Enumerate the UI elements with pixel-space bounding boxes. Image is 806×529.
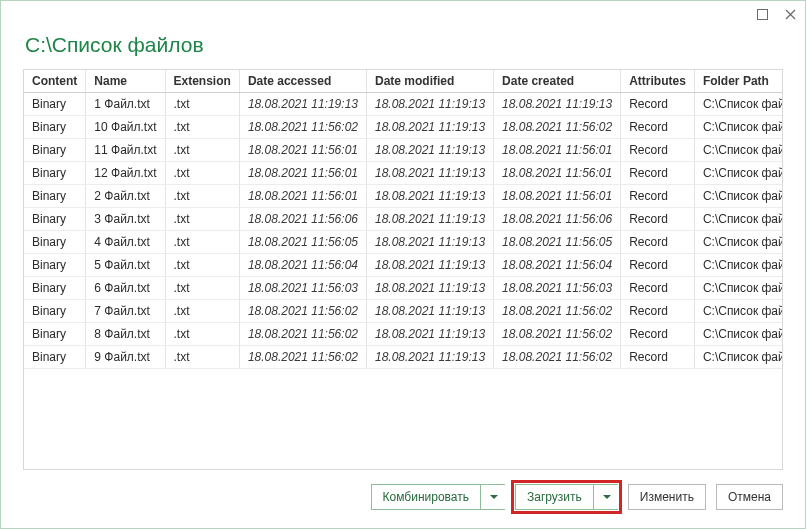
table-row[interactable]: Binary8 Файл.txt.txt18.08.2021 11:56:021… — [24, 322, 783, 345]
cell-content: Binary — [24, 253, 86, 276]
cell-content: Binary — [24, 276, 86, 299]
cell-name: 2 Файл.txt — [86, 184, 165, 207]
col-header-extension[interactable]: Extension — [165, 70, 239, 92]
cell-path: C:\Список файлов\ — [694, 322, 783, 345]
cell-name: 11 Файл.txt — [86, 138, 165, 161]
col-header-content[interactable]: Content — [24, 70, 86, 92]
cell-path: C:\Список файлов\ — [694, 138, 783, 161]
cell-attributes: Record — [621, 184, 695, 207]
cell-path: C:\Список файлов\ — [694, 207, 783, 230]
table-row[interactable]: Binary5 Файл.txt.txt18.08.2021 11:56:041… — [24, 253, 783, 276]
cell-content: Binary — [24, 207, 86, 230]
cell-created: 18.08.2021 11:56:02 — [494, 345, 621, 368]
cell-extension: .txt — [165, 161, 239, 184]
cell-modified: 18.08.2021 11:19:13 — [366, 345, 493, 368]
col-header-name[interactable]: Name — [86, 70, 165, 92]
table-row[interactable]: Binary4 Файл.txt.txt18.08.2021 11:56:051… — [24, 230, 783, 253]
table-row[interactable]: Binary3 Файл.txt.txt18.08.2021 11:56:061… — [24, 207, 783, 230]
cell-modified: 18.08.2021 11:19:13 — [366, 161, 493, 184]
cell-name: 12 Файл.txt — [86, 161, 165, 184]
cell-accessed: 18.08.2021 11:56:02 — [239, 322, 366, 345]
cell-modified: 18.08.2021 11:19:13 — [366, 207, 493, 230]
cell-modified: 18.08.2021 11:19:13 — [366, 276, 493, 299]
col-header-accessed[interactable]: Date accessed — [239, 70, 366, 92]
table-row[interactable]: Binary12 Файл.txt.txt18.08.2021 11:56:01… — [24, 161, 783, 184]
combine-button[interactable]: Комбинировать — [371, 484, 480, 510]
col-header-path[interactable]: Folder Path — [694, 70, 783, 92]
table-row[interactable]: Binary1 Файл.txt.txt18.08.2021 11:19:131… — [24, 92, 783, 115]
cell-path: C:\Список файлов\ — [694, 230, 783, 253]
col-header-attributes[interactable]: Attributes — [621, 70, 695, 92]
cell-path: C:\Список файлов\ — [694, 115, 783, 138]
cell-name: 6 Файл.txt — [86, 276, 165, 299]
cell-extension: .txt — [165, 299, 239, 322]
close-button[interactable] — [783, 7, 797, 21]
table-row[interactable]: Binary9 Файл.txt.txt18.08.2021 11:56:021… — [24, 345, 783, 368]
cell-created: 18.08.2021 11:56:04 — [494, 253, 621, 276]
cell-extension: .txt — [165, 207, 239, 230]
page-title: C:\Список файлов — [1, 27, 805, 69]
titlebar — [1, 1, 805, 27]
table-row[interactable]: Binary2 Файл.txt.txt18.08.2021 11:56:011… — [24, 184, 783, 207]
cell-name: 3 Файл.txt — [86, 207, 165, 230]
cell-accessed: 18.08.2021 11:56:01 — [239, 138, 366, 161]
edit-button[interactable]: Изменить — [628, 484, 706, 510]
cell-name: 4 Файл.txt — [86, 230, 165, 253]
cell-content: Binary — [24, 161, 86, 184]
cell-attributes: Record — [621, 253, 695, 276]
maximize-button[interactable] — [755, 7, 769, 21]
cell-extension: .txt — [165, 345, 239, 368]
cell-accessed: 18.08.2021 11:56:03 — [239, 276, 366, 299]
load-split-button: Загрузить — [515, 484, 618, 510]
cell-extension: .txt — [165, 230, 239, 253]
dialog-footer: Комбинировать Загрузить Изменить Отмена — [1, 470, 805, 528]
cell-content: Binary — [24, 92, 86, 115]
combine-split-button: Комбинировать — [371, 484, 505, 510]
edit-label: Изменить — [640, 490, 694, 504]
load-dropdown-button[interactable] — [593, 484, 618, 510]
table-header-row: Content Name Extension Date accessed Dat… — [24, 70, 783, 92]
cell-content: Binary — [24, 299, 86, 322]
combine-dropdown-button[interactable] — [480, 484, 505, 510]
cell-extension: .txt — [165, 253, 239, 276]
cell-accessed: 18.08.2021 11:56:01 — [239, 184, 366, 207]
cell-attributes: Record — [621, 207, 695, 230]
cell-accessed: 18.08.2021 11:56:05 — [239, 230, 366, 253]
load-button[interactable]: Загрузить — [515, 484, 593, 510]
table-row[interactable]: Binary7 Файл.txt.txt18.08.2021 11:56:021… — [24, 299, 783, 322]
cell-created: 18.08.2021 11:56:02 — [494, 299, 621, 322]
col-header-created[interactable]: Date created — [494, 70, 621, 92]
cell-modified: 18.08.2021 11:19:13 — [366, 299, 493, 322]
cell-accessed: 18.08.2021 11:56:02 — [239, 299, 366, 322]
cell-modified: 18.08.2021 11:19:13 — [366, 322, 493, 345]
table-row[interactable]: Binary6 Файл.txt.txt18.08.2021 11:56:031… — [24, 276, 783, 299]
cell-created: 18.08.2021 11:56:01 — [494, 138, 621, 161]
cell-attributes: Record — [621, 115, 695, 138]
cell-attributes: Record — [621, 92, 695, 115]
cell-modified: 18.08.2021 11:19:13 — [366, 184, 493, 207]
cell-extension: .txt — [165, 92, 239, 115]
cell-extension: .txt — [165, 322, 239, 345]
cell-path: C:\Список файлов\ — [694, 299, 783, 322]
cell-content: Binary — [24, 115, 86, 138]
table-row[interactable]: Binary10 Файл.txt.txt18.08.2021 11:56:02… — [24, 115, 783, 138]
col-header-modified[interactable]: Date modified — [366, 70, 493, 92]
cell-name: 1 Файл.txt — [86, 92, 165, 115]
cell-accessed: 18.08.2021 11:56:02 — [239, 115, 366, 138]
combine-label: Комбинировать — [383, 490, 469, 504]
chevron-down-icon — [603, 495, 611, 499]
table-row[interactable]: Binary11 Файл.txt.txt18.08.2021 11:56:01… — [24, 138, 783, 161]
cell-attributes: Record — [621, 161, 695, 184]
cell-attributes: Record — [621, 230, 695, 253]
cell-accessed: 18.08.2021 11:56:02 — [239, 345, 366, 368]
cancel-label: Отмена — [728, 490, 771, 504]
cell-extension: .txt — [165, 138, 239, 161]
cell-accessed: 18.08.2021 11:56:06 — [239, 207, 366, 230]
cell-name: 7 Файл.txt — [86, 299, 165, 322]
svg-rect-0 — [757, 9, 767, 19]
cell-content: Binary — [24, 322, 86, 345]
cancel-button[interactable]: Отмена — [716, 484, 783, 510]
cell-accessed: 18.08.2021 11:56:04 — [239, 253, 366, 276]
cell-content: Binary — [24, 184, 86, 207]
preview-table: Content Name Extension Date accessed Dat… — [23, 69, 783, 470]
